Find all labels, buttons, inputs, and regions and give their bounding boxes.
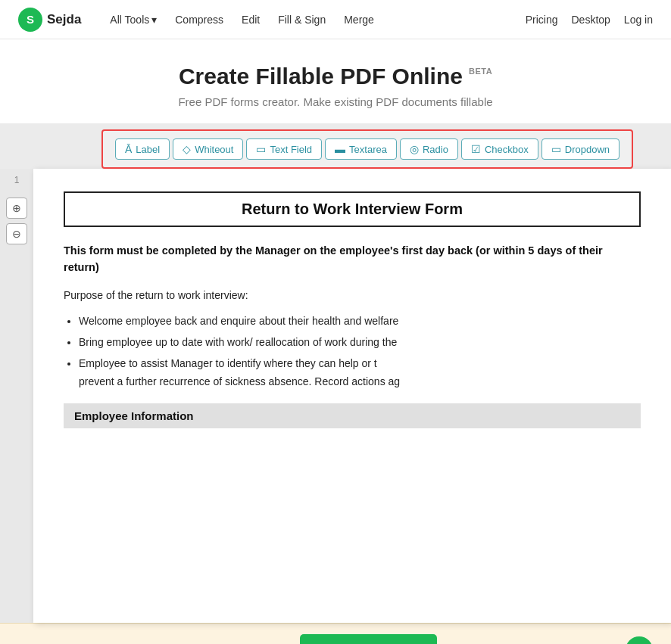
chevron-down-icon: ▾ (151, 14, 157, 26)
zoom-in-icon: ⊕ (12, 202, 21, 214)
logo-name: Sejda (47, 12, 81, 27)
nav-desktop[interactable]: Desktop (571, 14, 610, 26)
nav-item-alltools[interactable]: All Tools ▾ (102, 9, 164, 30)
list-item: Employee to assist Manager to identify w… (79, 355, 641, 391)
radio-button[interactable]: ◎ Radio (400, 138, 458, 160)
dropdown-icon: ▭ (551, 143, 561, 155)
zoom-out-button[interactable]: ⊖ (6, 223, 27, 244)
toolbar: Ā Label ◇ Whiteout ▭ Text Field ▬ Textar… (101, 129, 633, 169)
label-icon: Ā (125, 143, 132, 155)
radio-icon: ◎ (410, 143, 419, 155)
list-item: Welcome employee back and enquire about … (79, 313, 641, 331)
nav-item-compress[interactable]: Compress (167, 9, 231, 30)
apply-changes-button[interactable]: Apply changes › (300, 634, 437, 644)
pdf-section-header: Employee Information (64, 403, 641, 428)
logo-icon: S (18, 8, 42, 32)
checkbox-icon: ☑ (471, 143, 481, 155)
hero-title: Create Fillable PDF Online BETA (179, 64, 492, 89)
nav-item-merge[interactable]: Merge (336, 9, 382, 30)
whiteout-icon: ◇ (183, 143, 191, 155)
page-area: Ā Label ◇ Whiteout ▭ Text Field ▬ Textar… (0, 123, 671, 623)
whiteout-button[interactable]: ◇ Whiteout (173, 138, 243, 160)
hero-subtitle: Free PDF forms creator. Make existing PD… (15, 95, 656, 108)
page-number: 1 (14, 175, 20, 185)
list-item: Bring employee up to date with work/ rea… (79, 334, 641, 352)
nav-links: All Tools ▾ Compress Edit Fill & Sign Me… (102, 9, 525, 30)
pdf-title-box: Return to Work Interview Form (64, 191, 641, 227)
page-sidebar: 1 ⊕ ⊖ (0, 169, 33, 623)
logo[interactable]: S Sejda (18, 8, 81, 32)
pdf-purpose: Purpose of the return to work interview: (64, 287, 641, 303)
hero-section: Create Fillable PDF Online BETA Free PDF… (0, 39, 671, 123)
nav-login[interactable]: Log in (624, 14, 653, 26)
checkbox-button[interactable]: ☑ Checkbox (461, 138, 538, 160)
nav-right: Pricing Desktop Log in (526, 14, 653, 26)
nav-item-edit[interactable]: Edit (234, 9, 267, 30)
beta-badge: BETA (469, 67, 492, 76)
zoom-out-icon: ⊖ (12, 228, 21, 240)
dropdown-button[interactable]: ▭ Dropdown (541, 138, 620, 160)
textarea-button[interactable]: ▬ Textarea (325, 138, 397, 160)
bottom-bar: Employee Name: Apply changes › ? (0, 623, 671, 644)
zoom-in-button[interactable]: ⊕ (6, 198, 27, 219)
textfield-button[interactable]: ▭ Text Field (246, 138, 322, 160)
textarea-icon: ▬ (335, 143, 345, 155)
pdf-content: Return to Work Interview Form This form … (33, 169, 671, 623)
label-button[interactable]: Ā Label (115, 138, 170, 160)
pdf-bullet-list: Welcome employee back and enquire about … (79, 313, 641, 390)
pdf-title: Return to Work Interview Form (242, 201, 463, 217)
nav-pricing[interactable]: Pricing (526, 14, 558, 26)
navbar: S Sejda All Tools ▾ Compress Edit Fill &… (0, 0, 671, 39)
help-button[interactable]: ? (626, 636, 653, 644)
pdf-bold-para: This form must be completed by the Manag… (64, 242, 641, 276)
textfield-icon: ▭ (256, 143, 266, 155)
nav-item-fillsign[interactable]: Fill & Sign (270, 9, 333, 30)
